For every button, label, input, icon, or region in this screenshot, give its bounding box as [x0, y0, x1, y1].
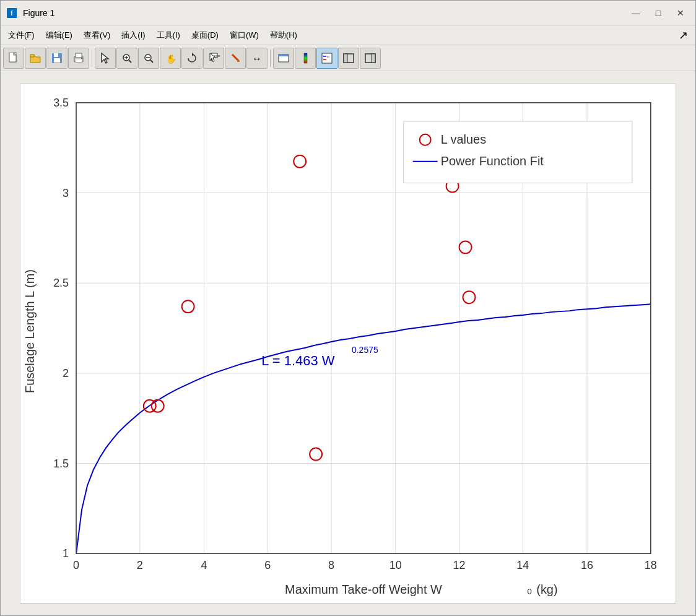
separator-1: [92, 50, 92, 67]
svg-marker-20: [192, 53, 194, 56]
app-icon: f: [6, 7, 18, 19]
svg-marker-11: [102, 53, 108, 63]
equation-label: L = 1.463 W: [261, 352, 334, 368]
svg-text:8: 8: [328, 559, 334, 571]
figure-container: 0 2 4 6 8 10 12 14 16 18 1 1.5 2 2.5 3 3…: [20, 84, 676, 604]
menu-insert[interactable]: 插入(I): [116, 27, 150, 43]
svg-text:0: 0: [73, 559, 79, 571]
select-tool-button[interactable]: [95, 48, 116, 69]
svg-rect-78: [404, 121, 632, 183]
window-title: Figure 1: [23, 8, 54, 18]
svg-rect-30: [304, 53, 307, 63]
zoom-out-button[interactable]: [138, 48, 159, 69]
legend-label-2: Power Function Fit: [441, 154, 544, 167]
svg-line-13: [129, 60, 131, 63]
minimize-button[interactable]: —: [626, 4, 646, 22]
menu-tools[interactable]: 工具(I): [152, 27, 185, 43]
svg-text:3: 3: [63, 186, 69, 199]
toolbar: ✋ cursor ↔ txt: [1, 45, 695, 71]
brush-button[interactable]: [225, 48, 246, 69]
svg-text:Fuselage Length L (m): Fuselage Length L (m): [23, 269, 37, 393]
svg-text:₀: ₀: [527, 583, 532, 596]
svg-rect-5: [54, 53, 58, 57]
menu-window[interactable]: 窗口(W): [225, 27, 264, 43]
svg-rect-38: [372, 54, 375, 63]
colorbar-button[interactable]: [295, 48, 316, 69]
svg-text:12: 12: [453, 559, 466, 571]
property-editor-button[interactable]: [360, 48, 381, 69]
svg-text:18: 18: [645, 559, 657, 571]
menu-arrow[interactable]: ↗: [674, 28, 693, 42]
print-button[interactable]: [68, 48, 89, 69]
svg-text:1: 1: [63, 547, 69, 560]
svg-rect-36: [344, 54, 347, 63]
svg-text:✋: ✋: [166, 54, 176, 64]
separator-2: [270, 50, 271, 67]
svg-text:14: 14: [516, 559, 529, 571]
legend-label-1: L values: [441, 132, 487, 145]
chart-svg: 0 2 4 6 8 10 12 14 16 18 1 1.5 2 2.5 3 3…: [20, 84, 676, 603]
menu-file[interactable]: 文件(F): [3, 27, 40, 43]
svg-line-17: [150, 60, 153, 63]
datacursor-button[interactable]: cursor: [203, 48, 224, 69]
svg-text:Maximum Take-off Weight W: Maximum Take-off Weight W: [285, 583, 442, 596]
zoom-in-button[interactable]: [116, 48, 137, 69]
panel-button[interactable]: [338, 48, 359, 69]
rotate-button[interactable]: [181, 48, 202, 69]
svg-point-10: [81, 58, 82, 59]
close-button[interactable]: ✕: [671, 4, 690, 22]
svg-text:6: 6: [264, 559, 271, 571]
svg-text:(kg): (kg): [536, 583, 557, 596]
menu-edit[interactable]: 编辑(E): [41, 27, 77, 43]
pan-button[interactable]: ✋: [160, 48, 181, 69]
svg-text:4: 4: [201, 559, 207, 571]
plot-area: 0 2 4 6 8 10 12 14 16 18 1 1.5 2 2.5 3 3…: [1, 71, 695, 615]
title-bar-left: f Figure 1: [6, 7, 54, 19]
svg-rect-8: [76, 53, 82, 58]
legend-button[interactable]: txt: [316, 48, 337, 69]
svg-text:3.5: 3.5: [53, 96, 69, 108]
title-controls: — □ ✕: [626, 4, 690, 22]
link-axes-button[interactable]: ↔: [246, 48, 268, 69]
svg-rect-9: [76, 59, 82, 62]
equation-exponent: 0.2575: [352, 344, 378, 354]
svg-text:2: 2: [63, 367, 69, 379]
export-button[interactable]: [273, 48, 294, 69]
svg-text:16: 16: [581, 559, 593, 571]
svg-rect-26: [237, 60, 240, 62]
svg-rect-3: [30, 54, 34, 57]
svg-text:1.5: 1.5: [53, 457, 69, 469]
svg-text:↔: ↔: [252, 53, 262, 64]
svg-text:2: 2: [137, 559, 143, 571]
svg-text:2.5: 2.5: [53, 277, 69, 289]
open-file-button[interactable]: [25, 48, 46, 69]
menu-bar: 文件(F) 编辑(E) 查看(V) 插入(I) 工具(I) 桌面(D) 窗口(W…: [1, 25, 695, 45]
maximize-button[interactable]: □: [648, 4, 668, 22]
svg-rect-6: [54, 58, 60, 63]
menu-help[interactable]: 帮助(H): [265, 27, 302, 43]
title-bar: f Figure 1 — □ ✕: [1, 1, 695, 25]
new-file-button[interactable]: [3, 48, 24, 69]
svg-rect-29: [279, 54, 289, 56]
main-window: f Figure 1 — □ ✕ 文件(F) 编辑(E) 查看(V) 插入(I)…: [0, 0, 696, 616]
menu-desktop[interactable]: 桌面(D): [186, 27, 224, 43]
svg-text:10: 10: [389, 559, 402, 571]
save-file-button[interactable]: [46, 48, 67, 69]
menu-view[interactable]: 查看(V): [79, 27, 115, 43]
svg-line-25: [232, 54, 238, 61]
